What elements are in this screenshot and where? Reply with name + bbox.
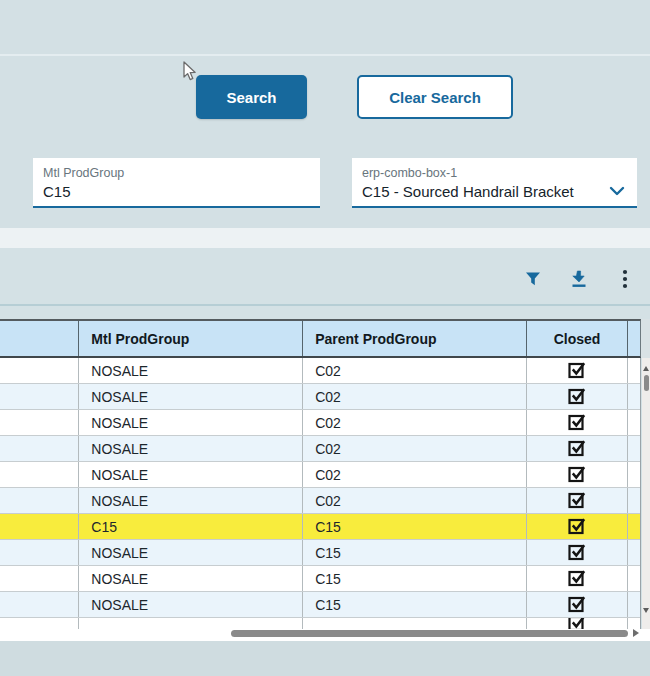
cell-closed: [527, 566, 628, 591]
cell-parent-prodgroup: C15: [303, 540, 527, 565]
cell-parent-prodgroup: C02: [303, 462, 527, 487]
cell-blank: [0, 514, 79, 539]
cell-mtl-prodgroup: NOSALE: [79, 540, 303, 565]
cell-mtl-prodgroup: [79, 618, 303, 629]
closed-checkbox-checked-icon[interactable]: [567, 464, 587, 486]
cell-closed: [527, 514, 628, 539]
toolbar-divider: [0, 304, 650, 306]
column-header-parent-prodgroup[interactable]: Parent ProdGroup: [303, 321, 527, 356]
cell-blank: [0, 358, 79, 383]
table-row[interactable]: NOSALE C15: [0, 592, 640, 618]
clear-search-button[interactable]: Clear Search: [357, 75, 513, 119]
mtl-prodgroup-field[interactable]: Mtl ProdGroup C15: [33, 158, 320, 208]
cell-blank: [0, 592, 79, 617]
toolbar-icon-group: [522, 268, 636, 290]
mtl-prodgroup-value[interactable]: C15: [43, 181, 310, 202]
cell-closed: [527, 462, 628, 487]
table-row[interactable]: NOSALE C02: [0, 436, 640, 462]
column-header-blank[interactable]: [0, 321, 79, 356]
cell-mtl-prodgroup: NOSALE: [79, 462, 303, 487]
cell-blank: [0, 436, 79, 461]
table-row[interactable]: C15 C15: [0, 514, 640, 540]
cell-mtl-prodgroup: NOSALE: [79, 410, 303, 435]
cell-mtl-prodgroup: NOSALE: [79, 384, 303, 409]
cell-mtl-prodgroup: NOSALE: [79, 488, 303, 513]
cell-blank: [0, 384, 79, 409]
closed-checkbox-checked-icon[interactable]: [567, 490, 587, 512]
cell-closed: [527, 410, 628, 435]
closed-checkbox-checked-icon[interactable]: [567, 594, 587, 616]
cell-mtl-prodgroup: C15: [79, 514, 303, 539]
closed-checkbox-checked-icon[interactable]: [567, 542, 587, 564]
cell-filler: [628, 592, 640, 617]
header-right-gap: [641, 319, 650, 358]
vertical-scrollbar-thumb[interactable]: [644, 375, 649, 391]
column-header-closed[interactable]: Closed: [527, 321, 628, 356]
cell-blank: [0, 566, 79, 591]
combo-box-label: erp-combo-box-1: [362, 165, 627, 181]
cell-closed: [527, 592, 628, 617]
closed-checkbox-checked-icon[interactable]: [567, 360, 587, 382]
table-row[interactable]: NOSALE C15: [0, 540, 640, 566]
cell-filler: [628, 514, 640, 539]
table-row[interactable]: NOSALE C02: [0, 358, 640, 384]
scroll-right-arrow-icon[interactable]: [633, 629, 639, 637]
closed-checkbox-checked-icon[interactable]: [567, 438, 587, 460]
scroll-down-arrow-icon[interactable]: [643, 608, 649, 613]
cell-closed: [527, 358, 628, 383]
horizontal-scrollbar-thumb[interactable]: [231, 630, 628, 637]
chevron-down-icon[interactable]: [609, 182, 625, 200]
cell-parent-prodgroup: C02: [303, 436, 527, 461]
cell-filler: [628, 566, 640, 591]
cell-closed: [527, 436, 628, 461]
download-icon[interactable]: [568, 268, 590, 290]
erp-combo-box[interactable]: erp-combo-box-1 C15 - Sourced Handrail B…: [352, 158, 637, 208]
table-row[interactable]: NOSALE C02: [0, 488, 640, 514]
table-row[interactable]: [0, 618, 640, 629]
closed-checkbox-checked-icon[interactable]: [567, 568, 587, 590]
closed-checkbox-checked-icon[interactable]: [567, 412, 587, 434]
column-header-filler: [628, 321, 640, 356]
cell-closed: [527, 618, 628, 629]
vertical-scrollbar-track[interactable]: [642, 358, 650, 629]
cell-parent-prodgroup: C02: [303, 410, 527, 435]
kebab-menu-icon[interactable]: [614, 268, 636, 290]
closed-checkbox-checked-icon[interactable]: [567, 618, 587, 629]
cell-mtl-prodgroup: NOSALE: [79, 566, 303, 591]
cell-filler: [628, 410, 640, 435]
cell-blank: [0, 488, 79, 513]
cell-blank: [0, 462, 79, 487]
table-row[interactable]: NOSALE C02: [0, 410, 640, 436]
cell-mtl-prodgroup: NOSALE: [79, 436, 303, 461]
search-button[interactable]: Search: [196, 75, 307, 119]
cell-parent-prodgroup: C15: [303, 514, 527, 539]
cell-filler: [628, 618, 640, 629]
cell-blank: [0, 540, 79, 565]
results-grid: Mtl ProdGroup Parent ProdGroup Closed NO…: [0, 319, 641, 629]
cell-parent-prodgroup: C02: [303, 358, 527, 383]
table-row[interactable]: NOSALE C02: [0, 384, 640, 410]
cell-parent-prodgroup: C02: [303, 488, 527, 513]
cell-closed: [527, 384, 628, 409]
grid-toolbar: [0, 248, 650, 319]
scroll-up-arrow-icon[interactable]: [643, 366, 649, 371]
mtl-prodgroup-label: Mtl ProdGroup: [43, 165, 310, 181]
closed-checkbox-checked-icon[interactable]: [567, 516, 587, 538]
table-row[interactable]: NOSALE C02: [0, 462, 640, 488]
cell-mtl-prodgroup: NOSALE: [79, 358, 303, 383]
grid-header-row: Mtl ProdGroup Parent ProdGroup Closed: [0, 319, 641, 358]
cell-filler: [628, 540, 640, 565]
table-row[interactable]: NOSALE C15: [0, 566, 640, 592]
grid-body: NOSALE C02 NOSALE C02: [0, 358, 641, 629]
top-section-divider: [0, 54, 650, 56]
filter-icon[interactable]: [522, 268, 544, 290]
cell-closed: [527, 488, 628, 513]
closed-checkbox-checked-icon[interactable]: [567, 386, 587, 408]
cell-blank: [0, 410, 79, 435]
cell-mtl-prodgroup: NOSALE: [79, 592, 303, 617]
cell-filler: [628, 462, 640, 487]
cell-blank: [0, 618, 79, 629]
cell-filler: [628, 488, 640, 513]
combo-box-value: C15 - Sourced Handrail Bracket: [362, 181, 627, 202]
column-header-mtl-prodgroup[interactable]: Mtl ProdGroup: [79, 321, 303, 356]
